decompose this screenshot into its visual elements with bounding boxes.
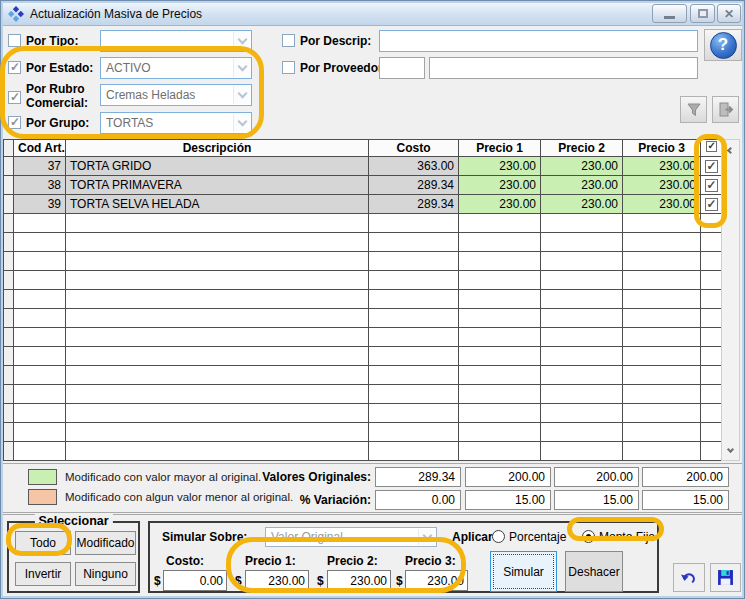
por-tipo-checkbox[interactable]	[8, 34, 21, 47]
grid-empty-cell	[623, 385, 701, 404]
grid-header-descripcion[interactable]: Descripción	[66, 140, 369, 157]
save-button[interactable]	[710, 563, 741, 592]
exit-button[interactable]	[712, 96, 739, 123]
grid-row-selector[interactable]	[4, 195, 14, 214]
grid-empty-cell	[459, 252, 541, 271]
simular-button[interactable]: Simular	[490, 551, 557, 592]
deshacer-button[interactable]: Deshacer	[565, 551, 623, 592]
grid-row-selector	[4, 385, 14, 404]
grid-empty-row	[4, 442, 722, 461]
grid-header-check[interactable]	[701, 140, 722, 157]
por-rubro-label-line2: Comercial:	[26, 96, 88, 110]
grid-empty-cell	[14, 423, 66, 442]
por-rubro-dropdown-button[interactable]	[233, 86, 250, 104]
todo-button[interactable]: Todo	[15, 531, 71, 555]
grid-cell-costo[interactable]: 289.34	[369, 195, 459, 214]
undo-button[interactable]	[673, 563, 705, 592]
por-tipo-combo[interactable]	[100, 30, 252, 52]
por-descrip-checkbox[interactable]	[282, 34, 295, 47]
grid-cell-check[interactable]	[701, 195, 722, 214]
precio3-input[interactable]	[405, 570, 468, 591]
grid-cell-precio1[interactable]: 230.00	[459, 195, 541, 214]
grid-cell-precio3[interactable]: 230.00	[623, 176, 701, 195]
monto-fijo-radio[interactable]	[582, 530, 595, 543]
grid-empty-cell	[623, 271, 701, 290]
porcentaje-radio[interactable]	[492, 530, 505, 543]
grid-cell-precio1[interactable]: 230.00	[459, 157, 541, 176]
seleccionar-groupbox: Seleccionar Todo Modificado Invertir Nin…	[7, 521, 140, 593]
maximize-button[interactable]	[690, 4, 715, 23]
por-proveedor-checkbox[interactable]	[282, 61, 295, 74]
grid-row-selector[interactable]	[4, 157, 14, 176]
grid-cell-precio3[interactable]: 230.00	[623, 195, 701, 214]
select-all-checkbox[interactable]	[706, 141, 717, 152]
invertir-button[interactable]: Invertir	[15, 562, 71, 586]
monto-fijo-radio-label[interactable]: Monto Fijo	[599, 530, 655, 544]
grid-empty-cell	[14, 309, 66, 328]
por-grupo-checkbox[interactable]	[8, 116, 21, 129]
por-tipo-dropdown-button[interactable]	[233, 32, 250, 50]
porcentaje-radio-label[interactable]: Porcentaje	[509, 530, 566, 544]
grid-cell-descripcion[interactable]: TORTA SELVA HELADA	[66, 195, 369, 214]
ninguno-button[interactable]: Ninguno	[75, 562, 136, 586]
costo-input[interactable]	[163, 570, 227, 591]
grid-header-precio1[interactable]: Precio 1	[459, 140, 541, 157]
grid-empty-cell	[623, 442, 701, 461]
grid-cell-descripcion[interactable]: TORTA GRIDO	[66, 157, 369, 176]
modificado-button[interactable]: Modificado	[75, 531, 136, 555]
simular-sobre-label: Simular Sobre:	[162, 530, 247, 544]
grid-cell-cod[interactable]: 37	[14, 157, 66, 176]
grid-empty-cell	[541, 271, 623, 290]
grid-row-selector[interactable]	[4, 176, 14, 195]
grid-cell-check[interactable]	[701, 176, 722, 195]
row-checkbox[interactable]	[705, 160, 718, 173]
por-proveedor-code-input[interactable]	[379, 57, 425, 79]
grid-cell-cod[interactable]: 39	[14, 195, 66, 214]
precio2-input[interactable]	[327, 570, 391, 591]
grid-vertical-scrollbar[interactable]	[721, 139, 740, 461]
row-checkbox[interactable]	[705, 179, 718, 192]
grid-header-cod[interactable]: Cod Art.	[14, 140, 66, 157]
grid-cell-precio2[interactable]: 230.00	[541, 195, 623, 214]
grid-cell-check[interactable]	[701, 157, 722, 176]
simular-sobre-dropdown-button[interactable]	[418, 529, 435, 545]
grid-row-selector	[4, 328, 14, 347]
grid-header-precio3[interactable]: Precio 3	[623, 140, 701, 157]
por-rubro-checkbox[interactable]	[8, 91, 21, 104]
por-descrip-input[interactable]	[379, 30, 698, 52]
por-rubro-combo[interactable]: Cremas Heladas	[100, 84, 252, 106]
grid-cell-precio1[interactable]: 230.00	[459, 176, 541, 195]
por-estado-dropdown-button[interactable]	[233, 59, 250, 77]
filter-button[interactable]	[680, 96, 707, 123]
grid-cell-precio3[interactable]: 230.00	[623, 157, 701, 176]
grid-cell-descripcion[interactable]: TORTA PRIMAVERA	[66, 176, 369, 195]
grid-empty-cell	[66, 423, 369, 442]
por-grupo-dropdown-button[interactable]	[233, 114, 250, 132]
por-estado-checkbox[interactable]	[8, 61, 21, 74]
grid-empty-cell	[14, 214, 66, 233]
grid-cell-precio2[interactable]: 230.00	[541, 157, 623, 176]
funnel-icon	[686, 102, 702, 118]
por-grupo-combo[interactable]: TORTAS	[100, 112, 252, 134]
help-button[interactable]: ?	[704, 29, 742, 61]
grid-cell-cod[interactable]: 38	[14, 176, 66, 195]
grid-cell-costo[interactable]: 289.34	[369, 176, 459, 195]
precio1-input[interactable]	[245, 570, 309, 591]
por-proveedor-name-input[interactable]	[429, 57, 698, 79]
por-descrip-label: Por Descrip:	[300, 34, 371, 48]
variacion-precio2: 15.00	[554, 490, 639, 510]
grid-empty-cell	[623, 366, 701, 385]
grid-cell-costo[interactable]: 363.00	[369, 157, 459, 176]
por-estado-value: ACTIVO	[106, 61, 151, 75]
por-estado-combo[interactable]: ACTIVO	[100, 57, 252, 79]
minimize-button[interactable]	[652, 4, 687, 23]
close-button[interactable]: ✕	[717, 4, 741, 23]
scroll-up-button[interactable]	[723, 141, 738, 157]
grid-header-precio2[interactable]: Precio 2	[541, 140, 623, 157]
row-checkbox[interactable]	[705, 198, 718, 211]
grid-header-costo[interactable]: Costo	[369, 140, 459, 157]
scroll-down-button[interactable]	[723, 443, 738, 459]
simular-sobre-combo[interactable]: Valor Original	[265, 527, 437, 547]
grid-cell-precio2[interactable]: 230.00	[541, 176, 623, 195]
chevron-down-icon	[237, 88, 247, 98]
